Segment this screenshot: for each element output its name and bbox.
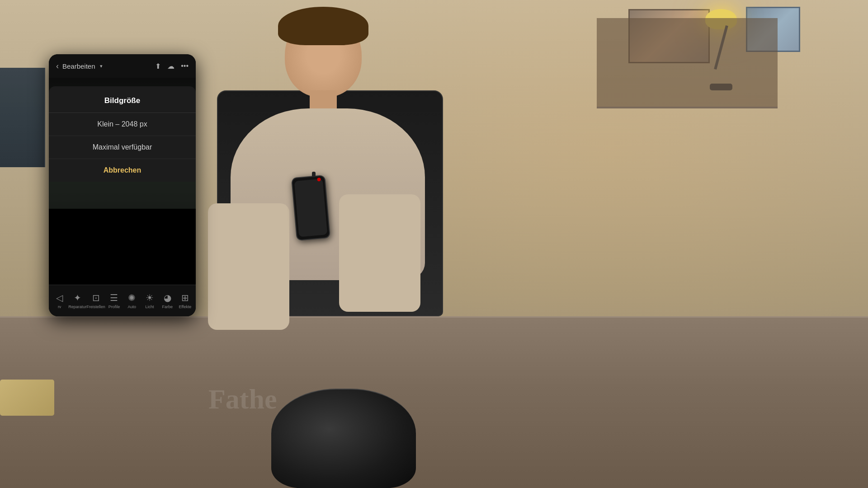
dialog-overlay: Bildgröße Klein – 2048 px Maximal verfüg… bbox=[49, 78, 196, 209]
lapel-microphone bbox=[312, 172, 316, 177]
image-size-dialog: Bildgröße Klein – 2048 px Maximal verfüg… bbox=[49, 86, 196, 182]
dialog-option-small[interactable]: Klein – 2048 px bbox=[49, 113, 196, 136]
reparatur-icon: ✦ bbox=[74, 292, 81, 303]
effekte-label: Effekte bbox=[179, 305, 191, 309]
physical-phone bbox=[291, 175, 330, 241]
left-monitor bbox=[0, 68, 45, 167]
auto-label: Auto bbox=[127, 305, 136, 309]
foreground-camera bbox=[271, 389, 416, 488]
toolbar-item-rv[interactable]: ◁ rv bbox=[51, 292, 68, 309]
table-item bbox=[0, 380, 54, 416]
physical-phone-screen bbox=[294, 178, 328, 237]
header-right: ⬆ ☁ ••• bbox=[155, 62, 189, 70]
phone-toolbar: ◁ rv ✦ Reparatur ⊡ Freistellen ☰ Profile… bbox=[49, 285, 196, 316]
reparatur-label: Reparatur bbox=[68, 305, 86, 309]
licht-label: Licht bbox=[145, 305, 154, 309]
licht-icon: ☀ bbox=[146, 292, 154, 303]
toolbar-item-licht[interactable]: ☀ Licht bbox=[141, 292, 158, 309]
dialog-cancel-button[interactable]: Abbrechen bbox=[49, 159, 196, 182]
dropdown-arrow[interactable]: ▾ bbox=[100, 63, 103, 69]
toolbar-item-farbe[interactable]: ◕ Farbe bbox=[159, 292, 176, 309]
freistellen-label: Freistellen bbox=[86, 305, 105, 309]
profile-label: Profile bbox=[108, 305, 120, 309]
person-right-arm bbox=[339, 194, 420, 312]
header-title: Bearbeiten bbox=[62, 62, 95, 70]
header-left: ‹ Bearbeiten ▾ bbox=[56, 62, 103, 70]
freistellen-icon: ⊡ bbox=[92, 292, 100, 303]
toolbar-item-reparatur[interactable]: ✦ Reparatur bbox=[68, 292, 86, 309]
effekte-icon: ⊞ bbox=[181, 292, 189, 303]
phone-header: ‹ Bearbeiten ▾ ⬆ ☁ ••• bbox=[49, 54, 196, 78]
toolbar-item-auto[interactable]: ✺ Auto bbox=[123, 292, 141, 309]
more-icon[interactable]: ••• bbox=[181, 62, 189, 70]
person-left-arm bbox=[208, 203, 289, 330]
person-hair bbox=[278, 7, 368, 45]
cloud-sync-icon[interactable]: ☁ bbox=[167, 62, 175, 70]
dialog-option-max[interactable]: Maximal verfügbar bbox=[49, 136, 196, 159]
rv-label: rv bbox=[58, 305, 61, 309]
toolbar-item-profile[interactable]: ☰ Profile bbox=[105, 292, 123, 309]
toolbar-item-freistellen[interactable]: ⊡ Freistellen bbox=[86, 292, 105, 309]
dialog-title: Bildgröße bbox=[49, 86, 196, 113]
phone-image-area: Bildgröße Klein – 2048 px Maximal verfüg… bbox=[49, 78, 196, 209]
farbe-label: Farbe bbox=[162, 305, 173, 309]
auto-icon: ✺ bbox=[128, 292, 136, 303]
profile-icon: ☰ bbox=[110, 292, 118, 303]
phone-ui-overlay: ‹ Bearbeiten ▾ ⬆ ☁ ••• Bildgröße Klein –… bbox=[49, 54, 196, 316]
share-icon[interactable]: ⬆ bbox=[155, 62, 161, 70]
toolbar-item-effekte[interactable]: ⊞ Effekte bbox=[176, 292, 194, 309]
rv-icon: ◁ bbox=[56, 292, 63, 303]
farbe-icon: ◕ bbox=[164, 292, 171, 303]
back-button[interactable]: ‹ bbox=[56, 62, 59, 70]
